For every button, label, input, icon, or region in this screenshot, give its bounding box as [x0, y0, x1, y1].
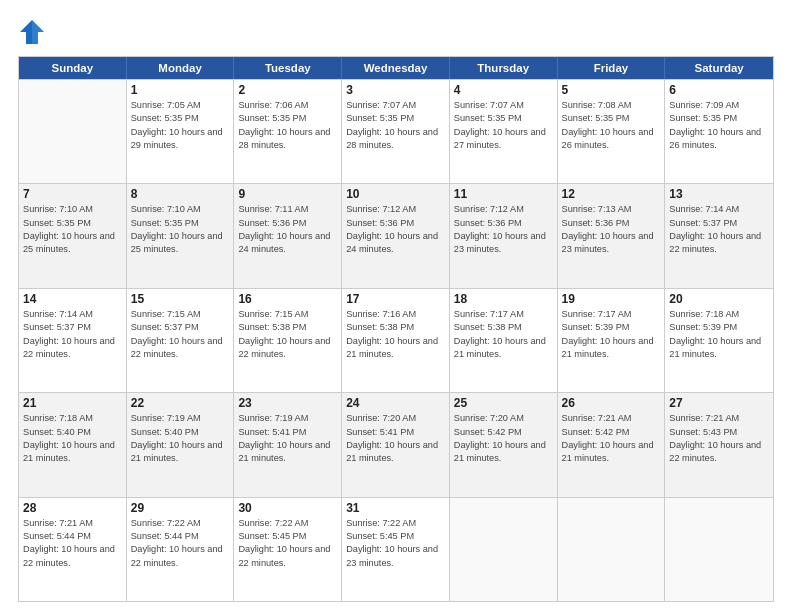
calendar-cell-15: 15Sunrise: 7:15 AM Sunset: 5:37 PM Dayli… — [127, 289, 235, 392]
calendar-body: 1Sunrise: 7:05 AM Sunset: 5:35 PM Daylig… — [19, 79, 773, 601]
calendar-cell-25: 25Sunrise: 7:20 AM Sunset: 5:42 PM Dayli… — [450, 393, 558, 496]
cell-info: Sunrise: 7:13 AM Sunset: 5:36 PM Dayligh… — [562, 203, 661, 256]
day-number: 19 — [562, 292, 661, 306]
cell-info: Sunrise: 7:16 AM Sunset: 5:38 PM Dayligh… — [346, 308, 445, 361]
calendar-cell-17: 17Sunrise: 7:16 AM Sunset: 5:38 PM Dayli… — [342, 289, 450, 392]
calendar-cell-3: 3Sunrise: 7:07 AM Sunset: 5:35 PM Daylig… — [342, 80, 450, 183]
header-day-friday: Friday — [558, 57, 666, 79]
day-number: 24 — [346, 396, 445, 410]
calendar-cell-16: 16Sunrise: 7:15 AM Sunset: 5:38 PM Dayli… — [234, 289, 342, 392]
calendar-cell-9: 9Sunrise: 7:11 AM Sunset: 5:36 PM Daylig… — [234, 184, 342, 287]
day-number: 31 — [346, 501, 445, 515]
cell-info: Sunrise: 7:07 AM Sunset: 5:35 PM Dayligh… — [346, 99, 445, 152]
day-number: 16 — [238, 292, 337, 306]
cell-info: Sunrise: 7:18 AM Sunset: 5:39 PM Dayligh… — [669, 308, 769, 361]
cell-info: Sunrise: 7:18 AM Sunset: 5:40 PM Dayligh… — [23, 412, 122, 465]
day-number: 5 — [562, 83, 661, 97]
calendar-cell-1: 1Sunrise: 7:05 AM Sunset: 5:35 PM Daylig… — [127, 80, 235, 183]
cell-info: Sunrise: 7:17 AM Sunset: 5:39 PM Dayligh… — [562, 308, 661, 361]
day-number: 1 — [131, 83, 230, 97]
calendar-cell-11: 11Sunrise: 7:12 AM Sunset: 5:36 PM Dayli… — [450, 184, 558, 287]
cell-info: Sunrise: 7:10 AM Sunset: 5:35 PM Dayligh… — [131, 203, 230, 256]
cell-info: Sunrise: 7:07 AM Sunset: 5:35 PM Dayligh… — [454, 99, 553, 152]
calendar-cell-empty — [450, 498, 558, 601]
day-number: 12 — [562, 187, 661, 201]
calendar-cell-29: 29Sunrise: 7:22 AM Sunset: 5:44 PM Dayli… — [127, 498, 235, 601]
calendar-cell-19: 19Sunrise: 7:17 AM Sunset: 5:39 PM Dayli… — [558, 289, 666, 392]
cell-info: Sunrise: 7:21 AM Sunset: 5:43 PM Dayligh… — [669, 412, 769, 465]
calendar-cell-18: 18Sunrise: 7:17 AM Sunset: 5:38 PM Dayli… — [450, 289, 558, 392]
day-number: 21 — [23, 396, 122, 410]
day-number: 13 — [669, 187, 769, 201]
cell-info: Sunrise: 7:15 AM Sunset: 5:38 PM Dayligh… — [238, 308, 337, 361]
cell-info: Sunrise: 7:14 AM Sunset: 5:37 PM Dayligh… — [23, 308, 122, 361]
cell-info: Sunrise: 7:22 AM Sunset: 5:45 PM Dayligh… — [238, 517, 337, 570]
cell-info: Sunrise: 7:20 AM Sunset: 5:41 PM Dayligh… — [346, 412, 445, 465]
logo — [18, 18, 50, 46]
day-number: 2 — [238, 83, 337, 97]
calendar-row-1: 1Sunrise: 7:05 AM Sunset: 5:35 PM Daylig… — [19, 79, 773, 183]
calendar-cell-13: 13Sunrise: 7:14 AM Sunset: 5:37 PM Dayli… — [665, 184, 773, 287]
header-day-saturday: Saturday — [665, 57, 773, 79]
cell-info: Sunrise: 7:19 AM Sunset: 5:41 PM Dayligh… — [238, 412, 337, 465]
cell-info: Sunrise: 7:05 AM Sunset: 5:35 PM Dayligh… — [131, 99, 230, 152]
calendar-cell-5: 5Sunrise: 7:08 AM Sunset: 5:35 PM Daylig… — [558, 80, 666, 183]
day-number: 10 — [346, 187, 445, 201]
svg-marker-1 — [32, 20, 44, 44]
day-number: 23 — [238, 396, 337, 410]
day-number: 8 — [131, 187, 230, 201]
cell-info: Sunrise: 7:06 AM Sunset: 5:35 PM Dayligh… — [238, 99, 337, 152]
cell-info: Sunrise: 7:15 AM Sunset: 5:37 PM Dayligh… — [131, 308, 230, 361]
calendar-cell-8: 8Sunrise: 7:10 AM Sunset: 5:35 PM Daylig… — [127, 184, 235, 287]
calendar-cell-28: 28Sunrise: 7:21 AM Sunset: 5:44 PM Dayli… — [19, 498, 127, 601]
calendar-cell-12: 12Sunrise: 7:13 AM Sunset: 5:36 PM Dayli… — [558, 184, 666, 287]
day-number: 26 — [562, 396, 661, 410]
calendar-cell-4: 4Sunrise: 7:07 AM Sunset: 5:35 PM Daylig… — [450, 80, 558, 183]
cell-info: Sunrise: 7:19 AM Sunset: 5:40 PM Dayligh… — [131, 412, 230, 465]
calendar-cell-26: 26Sunrise: 7:21 AM Sunset: 5:42 PM Dayli… — [558, 393, 666, 496]
calendar-row-5: 28Sunrise: 7:21 AM Sunset: 5:44 PM Dayli… — [19, 497, 773, 601]
header — [18, 18, 774, 46]
day-number: 3 — [346, 83, 445, 97]
cell-info: Sunrise: 7:21 AM Sunset: 5:42 PM Dayligh… — [562, 412, 661, 465]
page: SundayMondayTuesdayWednesdayThursdayFrid… — [0, 0, 792, 612]
day-number: 6 — [669, 83, 769, 97]
calendar-row-3: 14Sunrise: 7:14 AM Sunset: 5:37 PM Dayli… — [19, 288, 773, 392]
cell-info: Sunrise: 7:09 AM Sunset: 5:35 PM Dayligh… — [669, 99, 769, 152]
header-day-wednesday: Wednesday — [342, 57, 450, 79]
logo-icon — [18, 18, 46, 46]
cell-info: Sunrise: 7:10 AM Sunset: 5:35 PM Dayligh… — [23, 203, 122, 256]
header-day-thursday: Thursday — [450, 57, 558, 79]
calendar-cell-27: 27Sunrise: 7:21 AM Sunset: 5:43 PM Dayli… — [665, 393, 773, 496]
calendar-cell-7: 7Sunrise: 7:10 AM Sunset: 5:35 PM Daylig… — [19, 184, 127, 287]
day-number: 14 — [23, 292, 122, 306]
calendar-cell-2: 2Sunrise: 7:06 AM Sunset: 5:35 PM Daylig… — [234, 80, 342, 183]
calendar-cell-22: 22Sunrise: 7:19 AM Sunset: 5:40 PM Dayli… — [127, 393, 235, 496]
cell-info: Sunrise: 7:21 AM Sunset: 5:44 PM Dayligh… — [23, 517, 122, 570]
calendar-cell-empty — [19, 80, 127, 183]
day-number: 4 — [454, 83, 553, 97]
day-number: 29 — [131, 501, 230, 515]
cell-info: Sunrise: 7:14 AM Sunset: 5:37 PM Dayligh… — [669, 203, 769, 256]
calendar-row-4: 21Sunrise: 7:18 AM Sunset: 5:40 PM Dayli… — [19, 392, 773, 496]
header-day-monday: Monday — [127, 57, 235, 79]
calendar-row-2: 7Sunrise: 7:10 AM Sunset: 5:35 PM Daylig… — [19, 183, 773, 287]
calendar-cell-30: 30Sunrise: 7:22 AM Sunset: 5:45 PM Dayli… — [234, 498, 342, 601]
calendar-cell-20: 20Sunrise: 7:18 AM Sunset: 5:39 PM Dayli… — [665, 289, 773, 392]
day-number: 17 — [346, 292, 445, 306]
day-number: 18 — [454, 292, 553, 306]
calendar-cell-10: 10Sunrise: 7:12 AM Sunset: 5:36 PM Dayli… — [342, 184, 450, 287]
day-number: 25 — [454, 396, 553, 410]
day-number: 28 — [23, 501, 122, 515]
day-number: 9 — [238, 187, 337, 201]
day-number: 27 — [669, 396, 769, 410]
calendar: SundayMondayTuesdayWednesdayThursdayFrid… — [18, 56, 774, 602]
cell-info: Sunrise: 7:20 AM Sunset: 5:42 PM Dayligh… — [454, 412, 553, 465]
calendar-cell-31: 31Sunrise: 7:22 AM Sunset: 5:45 PM Dayli… — [342, 498, 450, 601]
calendar-header: SundayMondayTuesdayWednesdayThursdayFrid… — [19, 57, 773, 79]
calendar-cell-empty — [558, 498, 666, 601]
cell-info: Sunrise: 7:22 AM Sunset: 5:44 PM Dayligh… — [131, 517, 230, 570]
cell-info: Sunrise: 7:17 AM Sunset: 5:38 PM Dayligh… — [454, 308, 553, 361]
calendar-cell-23: 23Sunrise: 7:19 AM Sunset: 5:41 PM Dayli… — [234, 393, 342, 496]
calendar-cell-6: 6Sunrise: 7:09 AM Sunset: 5:35 PM Daylig… — [665, 80, 773, 183]
